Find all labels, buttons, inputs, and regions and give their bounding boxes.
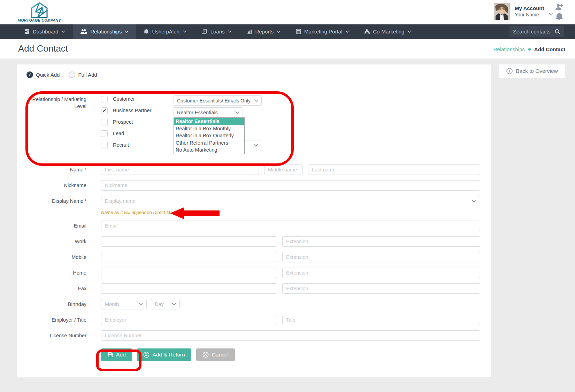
work-phone-row: Work [26,236,482,247]
page-title: Add Contact [18,43,68,54]
back-to-overview-button[interactable]: Back to Overview [499,64,565,78]
customer-checkbox[interactable] [101,96,108,102]
dropdown-option[interactable]: No Auto Marketing [174,146,244,154]
home-extension-input[interactable] [282,268,480,278]
home-phone-row: Home [26,268,482,278]
dashboard-grid-icon [24,29,30,34]
alert-bell-icon [144,29,149,34]
nav-item-loans[interactable]: Loans [194,24,239,39]
add-contact-form-card: Quick Add Full Add Relationship / Market… [17,64,491,377]
full-add-label: Full Add [78,72,97,78]
breadcrumb-separator-dot [528,48,531,51]
search-contacts-box[interactable] [509,26,564,37]
chevron-down-icon [345,30,349,33]
prospect-checkbox[interactable] [101,119,108,125]
save-disk-icon [107,352,113,358]
add-user-icon[interactable] [555,3,564,10]
house-logo-icon [31,2,48,18]
first-name-input[interactable] [101,164,259,175]
mobile-extension-input[interactable] [282,252,480,262]
lead-checkbox[interactable] [101,130,108,137]
dropdown-option[interactable]: Other Referral Partners [174,139,244,147]
email-row: Email [26,221,482,231]
email-input[interactable] [101,221,480,231]
nickname-input[interactable] [101,180,480,191]
nav-item-co-marketing[interactable]: Co-Marketing [357,24,419,39]
chevron-down-icon[interactable] [472,200,476,202]
relationships-users-icon [80,29,87,34]
circle-arrow-left-icon [506,68,513,74]
add-and-return-button[interactable]: Add & Return [137,348,191,361]
recruit-checkbox[interactable] [101,142,108,148]
business-partner-checkbox[interactable] [101,107,108,114]
customer-checkbox-row: Customer [101,95,482,102]
breadcrumb-current: Add Contact [534,46,565,52]
work-extension-input[interactable] [282,236,480,247]
work-phone-input[interactable] [101,236,277,247]
chevron-down-icon [125,30,129,33]
fax-input[interactable] [101,283,277,294]
full-add-radio[interactable] [69,71,75,78]
breadcrumb: Relationships Add Contact [493,46,565,52]
search-input[interactable] [513,29,555,34]
account-menu[interactable]: My Account Your Name [494,3,553,20]
prospect-checkbox-row: Prospect [101,118,482,125]
chevron-down-icon [183,30,187,33]
chevron-down-icon [172,303,176,306]
nickname-row: Nickname [26,180,482,191]
company-logo[interactable]: MORTGAGE COMPANY [17,1,62,22]
nav-item-reports[interactable]: Reports [239,24,289,39]
display-name-input[interactable] [101,196,480,206]
lead-checkbox-row: Lead [101,130,482,137]
dropdown-option[interactable]: Realtor in a Box Quarterly [174,132,244,139]
top-header: MORTGAGE COMPANY My Account Your Name [0,0,575,24]
license-number-input[interactable] [101,330,480,341]
nav-item-usherpalert[interactable]: UsherpAlert [136,24,194,39]
partner-level-dropdown-list: Realtor Essentials Realtor in a Box Mont… [174,117,245,154]
relationship-marketing-section: Relationship / Marketing Level Customer … [26,88,482,159]
chevron-down-icon [61,30,65,33]
circled-save-icon [143,352,150,358]
middle-name-input[interactable] [264,164,303,175]
breadcrumb-relationships-link[interactable]: Relationships [493,46,525,52]
customer-level-select[interactable]: Customer Essentials/ Emails Only [174,95,262,106]
quick-add-radio[interactable] [26,71,33,78]
birthday-month-select[interactable]: Month [101,299,147,309]
add-mode-selector: Quick Add Full Add [26,70,482,79]
name-row: Name* [26,164,482,175]
chevron-down-icon [139,303,143,306]
last-name-input[interactable] [308,164,480,175]
nav-item-marketing-portal[interactable]: Marketing Portal [288,24,357,39]
quick-add-label: Quick Add [36,72,60,78]
dropdown-option[interactable]: Realtor in a Box Monthly [174,125,244,132]
cancel-button[interactable]: Cancel [196,348,235,361]
notifications-bell-icon[interactable] [556,13,563,20]
chevron-down-icon[interactable] [549,13,553,16]
partner-level-select[interactable]: Realtor Essentials [174,107,243,117]
dropdown-option[interactable]: Realtor Essentials [174,118,244,125]
chevron-down-icon [277,30,281,33]
add-button[interactable]: Add [101,348,132,361]
required-asterisk: * [84,198,86,204]
chevron-down-icon [235,111,239,114]
reports-chart-icon [247,29,252,34]
form-actions: Add Add & Return Cancel [101,348,482,361]
nav-item-relationships[interactable]: Relationships [73,24,136,39]
nav-item-dashboard[interactable]: Dashboard [17,24,73,39]
fax-extension-input[interactable] [282,283,480,294]
avatar [494,3,510,20]
marketing-portal-icon [296,29,301,34]
page-title-bar: Add Contact Relationships Add Contact [0,39,575,59]
search-icon[interactable] [555,29,560,34]
logo-wordmark: MORTGAGE COMPANY [17,18,62,22]
required-asterisk: * [84,167,86,172]
home-phone-input[interactable] [101,268,277,278]
chevron-down-icon [254,144,258,147]
display-name-note: Name as it will appear on Direct Mail [101,210,482,216]
birthday-day-select[interactable]: Day [151,299,180,309]
mobile-phone-input[interactable] [101,252,277,262]
employer-input[interactable] [101,315,277,325]
title-input[interactable] [282,315,480,325]
recruit-checkbox-row: Recruit [101,141,482,148]
relationship-marketing-label: Relationship / Marketing Level [26,96,86,110]
